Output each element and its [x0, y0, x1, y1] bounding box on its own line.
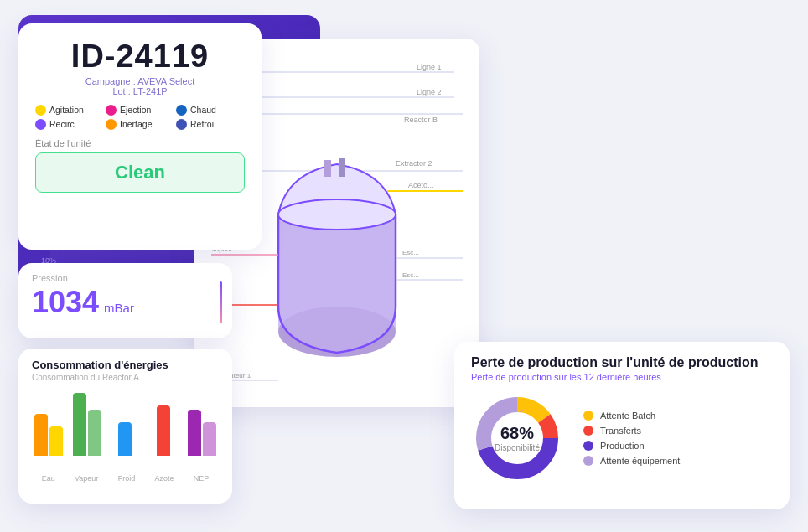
svg-text:Reactor B: Reactor B [404, 116, 438, 124]
energy-subtitle: Consommation du Reactor A [32, 373, 219, 382]
donut-chart: 68% Disponibilité [471, 392, 563, 484]
label-attente-equipement: Attente équipement [600, 456, 680, 466]
badges-grid: Agitation Ejection Chaud Recirc Inertage… [35, 105, 245, 130]
pressure-value: 1034 mBar [32, 285, 219, 320]
pressure-number: 1034 [32, 285, 99, 320]
donut-label: Disponibilité [495, 443, 540, 452]
dot-attente-equipement [583, 456, 593, 466]
main-scene: ID-24119 Campagne : AVEVA Select Lot : L… [18, 15, 790, 518]
badge-agitation-label: Agitation [49, 105, 84, 115]
badge-ejection-label: Ejection [120, 105, 151, 115]
chaud-icon [176, 105, 187, 116]
donut-percentage: 68% [495, 424, 540, 443]
svg-rect-14 [324, 160, 331, 177]
label-production: Production [600, 441, 645, 451]
production-subtitle: Perte de production sur les 12 dernière … [471, 372, 773, 382]
id-lot: Lot : LT-241P [35, 86, 245, 96]
etat-label: État de l'unité [35, 138, 245, 148]
badge-inertage: Inertage [106, 119, 174, 130]
production-card: Perte de production sur l'unité de produ… [454, 342, 790, 509]
pressure-unit: mBar [104, 301, 134, 315]
pressure-bar-indicator [220, 281, 222, 323]
status-clean-badge: Clean [35, 152, 245, 193]
bar-froid-1 [118, 422, 132, 456]
bar-group-vapeur [73, 393, 101, 456]
bar-group-eau [34, 414, 63, 456]
svg-text:Esc...: Esc... [402, 271, 419, 279]
svg-point-13 [278, 199, 396, 230]
badge-ejection: Ejection [106, 105, 174, 116]
label-transferts: Transferts [600, 426, 641, 436]
badge-recirc: Recirc [35, 119, 104, 130]
bar-col-eau [32, 414, 65, 456]
production-content: 68% Disponibilité Attente Batch Transfer… [471, 392, 773, 484]
agitation-icon [35, 105, 46, 116]
production-legend: Attente Batch Transferts Production Atte… [583, 411, 680, 466]
legend-production: Production [583, 441, 680, 451]
svg-rect-15 [339, 158, 345, 177]
badge-chaud-label: Chaud [190, 105, 216, 115]
inertage-icon [106, 119, 117, 130]
badge-agitation: Agitation [35, 105, 104, 116]
id-card: ID-24119 Campagne : AVEVA Select Lot : L… [18, 23, 262, 250]
bar-col-nep [185, 410, 219, 456]
refroi-icon [176, 119, 187, 130]
dot-transferts [583, 426, 593, 436]
bar-eau-1 [34, 414, 48, 456]
svg-text:Aceto...: Aceto... [408, 181, 434, 189]
label-azote: Azote [154, 474, 174, 483]
bar-col-froid [109, 422, 142, 456]
energy-bar-chart [32, 389, 219, 473]
bar-col-azote [147, 405, 180, 456]
donut-center: 68% Disponibilité [495, 424, 540, 452]
legend-attente-batch: Attente Batch [583, 411, 680, 421]
svg-text:Ligne 2: Ligne 2 [417, 88, 442, 96]
legend-attente-equipement: Attente équipement [583, 456, 680, 466]
id-campaign: Campagne : AVEVA Select [35, 76, 245, 86]
energy-card: Consommation d'énergies Consommation du … [18, 349, 232, 504]
bar-vapeur-2 [88, 410, 101, 456]
svg-text:Ligne 1: Ligne 1 [417, 63, 442, 71]
label-eau: Eau [42, 474, 55, 483]
bar-nep-1 [188, 410, 201, 456]
badge-inertage-label: Inertage [120, 119, 153, 129]
bar-azote-1 [157, 405, 170, 456]
dot-attente-batch [583, 411, 593, 421]
ejection-icon [106, 105, 117, 116]
production-title: Perte de production sur l'unité de produ… [471, 355, 773, 370]
svg-text:Extractor 2: Extractor 2 [396, 159, 432, 168]
badge-chaud: Chaud [176, 105, 245, 116]
pressure-card: Pression 1034 mBar [18, 263, 232, 338]
bar-eau-2 [49, 426, 63, 456]
badge-recirc-label: Recirc [49, 119, 75, 129]
legend-transferts: Transferts [583, 426, 680, 436]
bar-group-nep [188, 410, 216, 456]
svg-text:Esc...: Esc... [402, 249, 419, 256]
label-froid: Froid [118, 474, 136, 483]
badge-refroi: Refroi [176, 119, 245, 130]
dot-production [583, 441, 593, 451]
bar-labels: Eau Vapeur Froid Azote NEP [32, 474, 219, 483]
pressure-label: Pression [32, 273, 219, 283]
recirc-icon [35, 119, 46, 130]
label-attente-batch: Attente Batch [600, 411, 655, 421]
badge-refroi-label: Refroi [190, 119, 214, 129]
bar-nep-2 [203, 422, 216, 456]
id-number: ID-24119 [35, 39, 245, 75]
bar-vapeur-1 [73, 393, 86, 456]
label-vapeur: Vapeur [75, 474, 98, 483]
energy-title: Consommation d'énergies [32, 359, 219, 371]
bar-group-froid [118, 422, 132, 456]
label-nep: NEP [194, 474, 210, 483]
bar-col-vapeur [70, 393, 104, 456]
bar-group-azote [157, 405, 170, 456]
